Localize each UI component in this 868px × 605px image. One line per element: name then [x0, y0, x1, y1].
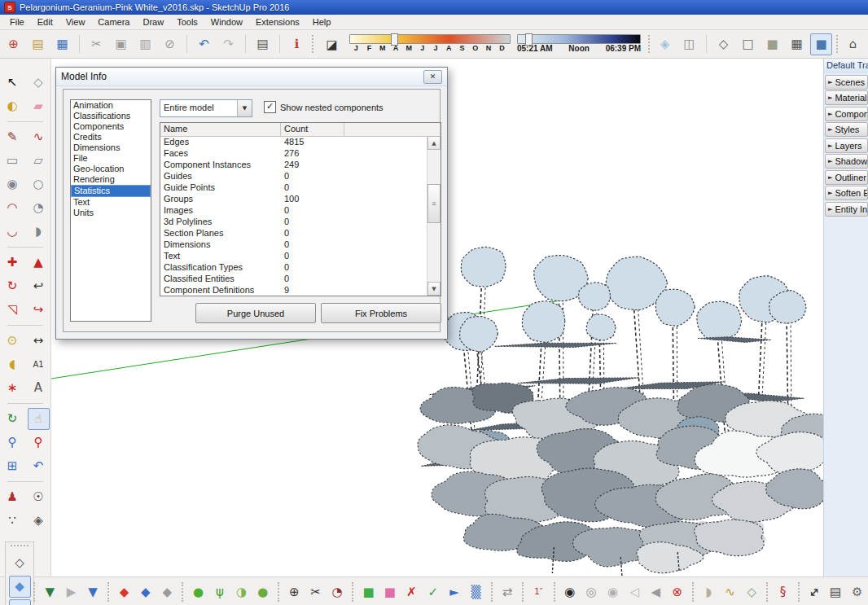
back-edges-icon[interactable]: ◫: [678, 33, 700, 55]
toolbar-grip[interactable]: [648, 35, 650, 53]
dialog-title-bar[interactable]: Model Info ✕: [56, 68, 447, 86]
eraser-icon[interactable]: ▰: [28, 95, 50, 117]
spring-icon[interactable]: §: [773, 581, 792, 603]
add-location-icon[interactable]: ▼: [40, 581, 59, 603]
tray-item-styles[interactable]: ►Styles: [825, 122, 868, 137]
new-icon[interactable]: ⊕: [2, 33, 24, 55]
tray-item-shadows[interactable]: ►Shadows: [825, 154, 868, 169]
bush-icon[interactable]: ●: [253, 581, 273, 603]
leaves-icon[interactable]: ◑: [231, 581, 251, 603]
tray-item-layers[interactable]: ►Layers: [825, 138, 868, 153]
follow-me-icon[interactable]: ↩: [28, 275, 50, 297]
pie-icon[interactable]: ◔: [28, 197, 50, 219]
nav-item-classifications[interactable]: Classifications: [71, 111, 151, 121]
zoom-icon[interactable]: ⚲: [2, 432, 24, 454]
zoom-window-icon[interactable]: ⚲: [28, 432, 50, 454]
3d-text-icon[interactable]: A: [28, 377, 50, 399]
table-row[interactable]: 3d Polylines0: [160, 216, 427, 227]
iso-view-icon[interactable]: ⌂: [842, 33, 864, 55]
arc-icon[interactable]: ◠: [2, 197, 24, 219]
dimension-icon[interactable]: ↔: [28, 330, 50, 352]
photo-textures-icon[interactable]: ▼: [83, 581, 103, 603]
path-points-icon[interactable]: ∿: [720, 581, 739, 603]
title-bar[interactable]: S Pelargonium-Geranium-Pink White_v2016.…: [0, 0, 868, 15]
geodesic-icon[interactable]: ◇: [742, 581, 761, 603]
camera-pair-icon[interactable]: ◉: [603, 581, 622, 603]
table-row[interactable]: Classified Entities0: [160, 273, 427, 284]
nav-item-rendering[interactable]: Rendering: [71, 174, 151, 185]
nav-item-components[interactable]: Components: [71, 121, 151, 132]
scroll-up-icon[interactable]: ▲: [427, 136, 441, 150]
menu-help[interactable]: Help: [306, 15, 338, 28]
toolbar-grip[interactable]: [836, 35, 838, 53]
tray-item-softenedges[interactable]: ►Soften Edges: [825, 186, 868, 200]
redo-icon[interactable]: ↷: [217, 33, 239, 55]
pan-icon[interactable]: ☝: [28, 408, 50, 430]
nav-item-units[interactable]: Units: [71, 208, 151, 218]
rotate-icon[interactable]: ↻: [2, 275, 24, 297]
line-icon[interactable]: ✎: [2, 126, 24, 148]
table-row[interactable]: Section Planes0: [160, 227, 427, 239]
toolbar-grip[interactable]: [11, 545, 28, 550]
open-icon[interactable]: ▤: [27, 33, 49, 55]
table-scrollbar[interactable]: ▲ ≡ ▼: [427, 136, 441, 296]
wireframe-icon[interactable]: ◇: [712, 33, 734, 55]
nav-item-dimensions[interactable]: Dimensions: [71, 142, 151, 153]
menu-tools[interactable]: Tools: [170, 15, 204, 28]
orbit-icon[interactable]: ↻: [2, 408, 24, 430]
menu-camera[interactable]: Camera: [91, 15, 136, 28]
table-row[interactable]: Guide Points0: [160, 182, 427, 193]
panel-icon[interactable]: ▤: [826, 581, 845, 603]
text-tool-icon[interactable]: A1: [28, 353, 50, 375]
select-icon[interactable]: ↖: [2, 72, 24, 94]
fullscreen-icon[interactable]: ↔: [800, 577, 829, 605]
tray-item-scenes[interactable]: ►Scenes: [825, 75, 868, 90]
print-icon[interactable]: ▤: [252, 33, 274, 55]
undo-icon[interactable]: ↶: [193, 33, 215, 55]
nav-item-text[interactable]: Text: [71, 197, 151, 208]
component-red-icon[interactable]: ◆: [114, 581, 134, 603]
camera-gray-icon[interactable]: ◎: [581, 581, 601, 603]
shaded-icon[interactable]: ■: [761, 33, 783, 55]
move-icon[interactable]: ✚: [2, 252, 24, 274]
tray-item-materials[interactable]: ►Materials: [825, 90, 868, 105]
paste-icon[interactable]: ▥: [134, 33, 156, 55]
scroll-thumb[interactable]: ≡: [427, 184, 441, 223]
nav-item-geolocation[interactable]: Geo-location: [71, 164, 151, 174]
paint-bucket-icon[interactable]: ◐: [2, 95, 24, 117]
menu-edit[interactable]: Edit: [31, 15, 59, 28]
toolbar-grip[interactable]: [352, 582, 353, 602]
component-blue-icon[interactable]: ◆: [136, 581, 156, 603]
film-delete-icon[interactable]: ✗: [401, 581, 421, 603]
date-slider-thumb[interactable]: [391, 33, 398, 46]
toolbar-grip[interactable]: [182, 582, 183, 602]
tray-item-entityinfo[interactable]: ►Entity Info: [825, 202, 868, 217]
flip-icon[interactable]: ⇄: [498, 581, 517, 603]
cut-tool-icon[interactable]: ✂: [305, 581, 325, 603]
scale-icon[interactable]: ◹: [2, 299, 24, 321]
film-check-icon[interactable]: ✓: [423, 581, 443, 603]
table-row[interactable]: Text0: [160, 250, 427, 261]
position-camera-icon[interactable]: ♟: [2, 486, 24, 508]
nav-item-credits[interactable]: Credits: [71, 132, 151, 142]
make-component-icon[interactable]: ◇: [28, 72, 50, 94]
mp3-timer-icon[interactable]: ◔: [327, 581, 347, 603]
time-slider-thumb[interactable]: [525, 33, 533, 46]
monochrome-icon[interactable]: ▦: [786, 33, 808, 55]
menu-window[interactable]: Window: [204, 15, 249, 28]
close-icon[interactable]: ✕: [423, 70, 442, 84]
table-row[interactable]: Groups100: [160, 193, 427, 204]
arc2-icon[interactable]: ◡: [2, 221, 24, 243]
scope-dropdown[interactable]: Entire model ▼: [160, 99, 252, 117]
shaded-textures-icon[interactable]: ■: [810, 33, 832, 55]
date-slider-track[interactable]: [349, 34, 511, 44]
walk-icon[interactable]: ∵: [2, 510, 24, 532]
toolbar-grip[interactable]: [522, 582, 524, 602]
film-scatter-icon[interactable]: ▒: [466, 581, 485, 603]
settings-gear-icon[interactable]: ⚙: [847, 581, 866, 603]
section-plane-tool-icon[interactable]: ◇: [9, 552, 31, 574]
nav-item-file[interactable]: File: [71, 153, 151, 164]
checkbox-icon[interactable]: ✓: [264, 101, 276, 113]
toolbar-grip[interactable]: [491, 582, 493, 602]
time-slider-track[interactable]: [517, 34, 641, 44]
